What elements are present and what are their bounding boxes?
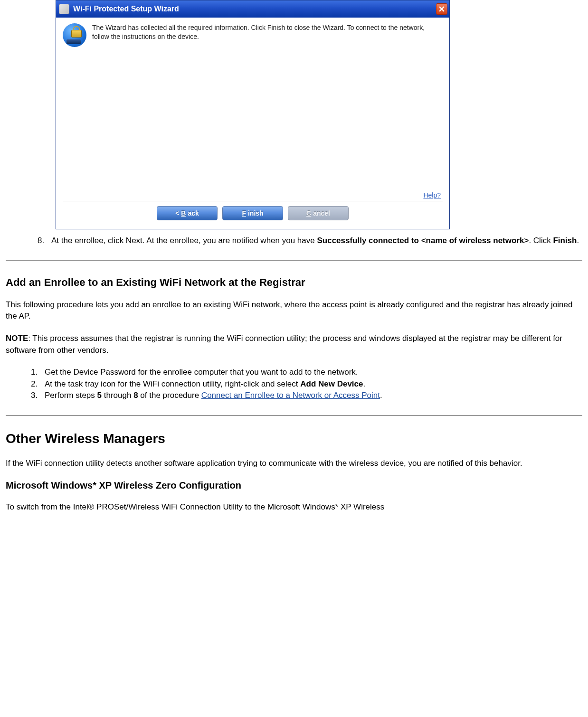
section-heading-other-managers: Other Wireless Managers xyxy=(6,431,582,446)
wizard-title: Wi-Fi Protected Setup Wizard xyxy=(73,5,436,13)
list-item: At the enrollee, click Next. At the enro… xyxy=(47,235,582,247)
section-divider xyxy=(6,260,582,261)
wizard-button-row: < Back Finish Cancel xyxy=(63,206,443,222)
wizard-body: The Wizard has collected all the require… xyxy=(56,18,449,229)
wizard-window: Wi-Fi Protected Setup Wizard The Wizard … xyxy=(56,0,450,229)
list-item: Perform steps 5 through 8 of the procedu… xyxy=(40,390,582,402)
paragraph: This following procedure lets you add an… xyxy=(6,299,582,322)
wizard-titlebar: Wi-Fi Protected Setup Wizard xyxy=(56,0,449,18)
wizard-divider xyxy=(63,201,443,201)
list-item: At the task tray icon for the WiFi conne… xyxy=(40,378,582,390)
connect-enrollee-link[interactable]: Connect an Enrollee to a Network or Acce… xyxy=(201,391,380,400)
paragraph: To switch from the Intel® PROSet/Wireles… xyxy=(6,501,582,513)
section-heading-registrar: Add an Enrollee to an Existing WiFi Netw… xyxy=(6,276,582,289)
section-divider xyxy=(6,415,582,416)
close-icon[interactable] xyxy=(436,3,447,15)
subheading-wzc: Microsoft Windows* XP Wireless Zero Conf… xyxy=(6,480,582,491)
wifi-lock-icon xyxy=(63,23,86,47)
note-paragraph: NOTE: This process assumes that the regi… xyxy=(6,333,582,356)
registrar-steps: Get the Device Password for the enrollee… xyxy=(6,367,582,402)
cancel-button: Cancel xyxy=(288,206,349,220)
wizard-app-icon xyxy=(59,4,69,14)
step-list-8: At the enrollee, click Next. At the enro… xyxy=(6,235,582,247)
note-label: NOTE xyxy=(6,334,28,343)
finish-button[interactable]: Finish xyxy=(222,206,283,220)
back-button[interactable]: < Back xyxy=(157,206,218,220)
help-link[interactable]: Help? xyxy=(423,191,441,199)
list-item: Get the Device Password for the enrollee… xyxy=(40,367,582,378)
wizard-message: The Wizard has collected all the require… xyxy=(92,23,443,52)
paragraph: If the WiFi connection utility detects a… xyxy=(6,458,582,470)
